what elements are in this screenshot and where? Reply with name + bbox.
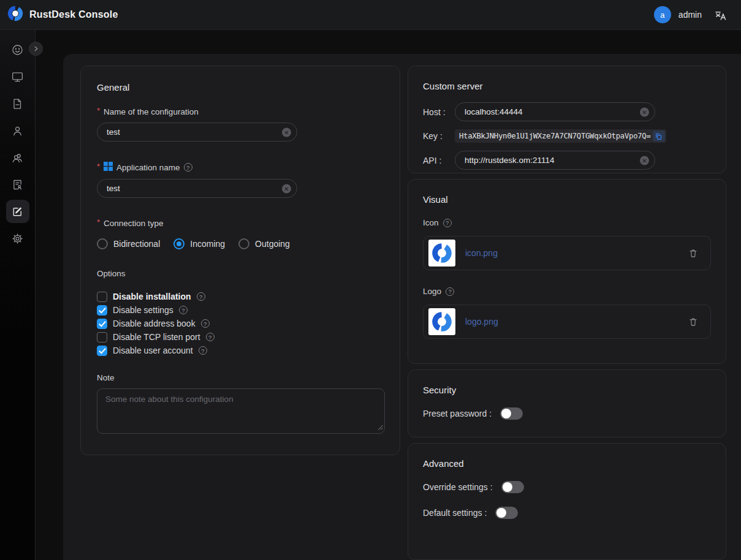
chevron-right-icon [32,44,39,55]
sidebar-item-4[interactable] [6,119,29,142]
sidebar-item-8[interactable] [6,227,29,250]
help-icon[interactable]: ? [199,346,207,355]
visual-title: Visual [423,194,711,205]
delete-icon-file-button[interactable] [688,248,698,259]
checkbox-disable-tcp-listen-port[interactable]: Disable TCP listen port ? [97,330,384,344]
rustdesk-logo-icon [7,6,23,24]
document-icon [11,97,24,110]
host-input[interactable] [455,102,655,121]
logo-file-link[interactable]: logo.png [465,317,498,327]
connection-type-group: Bidirectional Incoming Outgoing [97,238,384,249]
delete-logo-file-button[interactable] [688,317,698,327]
topbar: RustDesk Console a admin [0,0,741,30]
copy-icon[interactable] [653,131,665,142]
clear-application-name-icon[interactable]: ✕ [282,184,291,193]
checkbox-icon [97,332,107,342]
required-asterisk: * [97,218,100,227]
security-card: Security Preset password : [408,369,726,437]
main-content: General * Name of the configuration ✕ * [63,54,741,560]
checkbox-disable-address-book[interactable]: Disable address book ? [97,317,384,330]
advanced-card: Advanced Override settings : Default set… [408,443,726,560]
visual-card: Visual Icon ? icon.png [408,179,726,364]
options-label: Options [97,269,384,278]
radio-outgoing[interactable]: Outgoing [238,238,290,249]
options-group: Disable installation ? Disable settings … [97,290,384,357]
checkbox-disable-installation[interactable]: Disable installation ? [97,290,384,303]
sidebar-item-7[interactable] [6,200,29,223]
user-icon [11,124,24,137]
override-settings-label: Override settings : [423,482,493,492]
gear-icon [11,232,24,245]
note-textarea[interactable] [97,388,385,434]
windows-logo-icon [104,162,113,173]
radio-incoming[interactable]: Incoming [173,238,225,249]
api-input[interactable] [455,151,655,170]
note-label: Note [97,373,384,382]
required-asterisk: * [97,106,100,115]
server-key-value: HtaXBkJNHyn0e1U1jWXze7A7CN7QTGWqxkOtpaVp… [455,129,666,143]
sidebar-item-6[interactable] [6,173,29,196]
user-name[interactable]: admin [678,10,702,20]
icon-file-link[interactable]: icon.png [465,248,498,258]
users-icon [11,151,24,164]
help-icon[interactable]: ? [197,292,205,301]
help-icon[interactable]: ? [184,163,192,172]
application-name-input[interactable] [97,179,297,198]
help-icon[interactable]: ? [443,219,452,227]
help-icon[interactable]: ? [201,319,210,328]
checkbox-disable-settings[interactable]: Disable settings ? [97,303,384,317]
api-label: API : [423,156,455,165]
radio-circle-icon [97,238,108,249]
preset-password-label: Preset password : [423,409,492,418]
edit-icon [11,205,24,218]
logo-label: Logo ? [423,287,711,296]
help-icon[interactable]: ? [206,333,215,341]
custom-server-card: Custom server Host : ✕ Key : HtaXBkJNHyn… [408,66,726,173]
default-settings-label: Default settings : [423,508,487,518]
translate-icon[interactable] [713,7,728,22]
security-title: Security [423,385,711,395]
sidebar-item-1[interactable] [6,38,29,61]
help-icon[interactable]: ? [446,287,454,296]
app-title: RustDesk Console [29,9,118,20]
icon-thumbnail [428,240,455,267]
help-icon[interactable]: ? [179,306,188,314]
smiley-icon [11,44,24,56]
checkbox-icon [97,305,107,316]
override-settings-toggle[interactable] [501,481,524,493]
sidebar-item-3[interactable] [6,92,29,115]
radio-circle-icon [173,238,184,249]
clear-config-name-icon[interactable]: ✕ [282,127,291,137]
required-asterisk: * [97,162,100,171]
toggle-knob [503,482,512,492]
radio-circle-icon [238,238,249,249]
sidebar [0,30,36,560]
user-avatar[interactable]: a [654,6,671,23]
checkbox-icon [97,346,107,356]
brand: RustDesk Console [7,6,118,24]
general-card: General * Name of the configuration ✕ * [80,66,400,455]
custom-server-title: Custom server [423,81,711,91]
general-title: General [97,82,384,93]
sidebar-item-5[interactable] [6,146,29,169]
config-name-label: * Name of the configuration [97,107,384,116]
sidebar-item-2[interactable] [6,65,29,88]
icon-file-card: icon.png [423,236,711,270]
preset-password-toggle[interactable] [500,407,523,420]
checkbox-icon [97,292,107,302]
checkbox-disable-user-account[interactable]: Disable user account ? [97,344,384,357]
logo-thumbnail [428,308,455,335]
config-name-input[interactable] [97,123,297,142]
sidebar-expand-button[interactable] [29,42,43,56]
host-label: Host : [423,107,455,117]
clear-host-icon[interactable]: ✕ [640,107,649,116]
default-settings-toggle[interactable] [495,507,518,519]
toggle-knob [496,508,506,518]
radio-bidirectional[interactable]: Bidirectional [97,238,160,249]
application-name-label: * Application name ? [97,162,384,173]
connection-type-label: * Connection type [97,219,384,228]
clear-api-icon[interactable]: ✕ [640,156,649,165]
icon-label: Icon ? [423,218,711,227]
advanced-title: Advanced [423,458,711,469]
checkbox-icon [97,319,107,329]
